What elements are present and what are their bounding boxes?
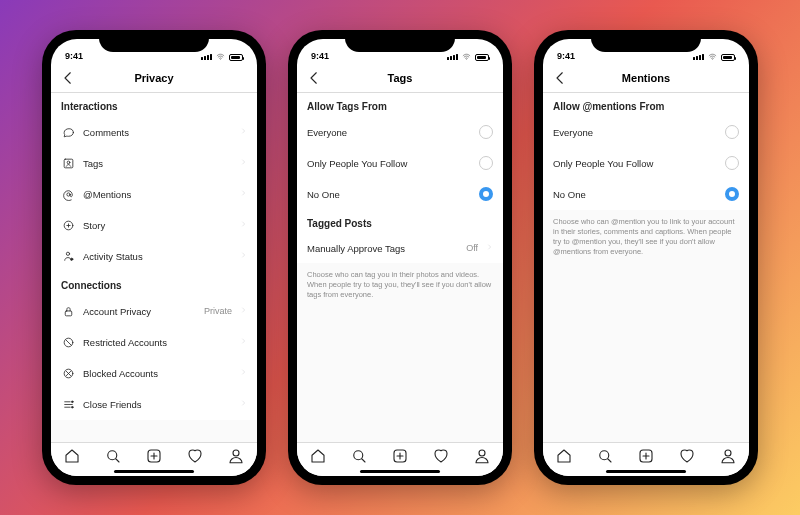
header: Tags [297,63,503,93]
row-account-privacy[interactable]: Account PrivacyPrivate [51,296,257,327]
header-title: Privacy [134,72,173,84]
wifi-icon [707,53,718,61]
mention-icon [61,187,75,201]
comment-icon [61,125,75,139]
chevron-icon [240,126,247,138]
tab-home[interactable] [309,447,327,465]
row-mentions[interactable]: @Mentions [51,179,257,210]
content: Interactions Comments Tags @Mentions Sto… [51,93,257,442]
radio-row-everyone[interactable]: Everyone [297,117,503,148]
activity-icon [61,249,75,263]
radio-row-following[interactable]: Only People You Follow [297,148,503,179]
header-title: Tags [388,72,413,84]
help-text: Choose who can @mention you to link to y… [543,210,749,265]
signal-icon [201,54,212,60]
tab-home[interactable] [555,447,573,465]
tab-profile[interactable] [227,447,245,465]
tab-activity[interactable] [678,447,696,465]
svg-point-17 [600,450,609,459]
header: Privacy [51,63,257,93]
svg-point-10 [71,406,73,408]
phone-privacy: 9:41 Privacy Interactions Comments Tags … [42,30,266,485]
phone-tags: 9:41 Tags Allow Tags From Everyone Only … [288,30,512,485]
radio-row-noone[interactable]: No One [543,179,749,210]
wifi-icon [215,53,226,61]
phone-mentions: 9:41 Mentions Allow @mentions From Every… [534,30,758,485]
svg-point-2 [66,192,69,195]
svg-point-1 [67,161,70,164]
close-friends-icon [61,397,75,411]
tag-icon [61,156,75,170]
svg-point-14 [354,450,363,459]
tab-profile[interactable] [719,447,737,465]
row-manual-approve[interactable]: Manually Approve TagsOff [297,234,503,263]
row-story[interactable]: Story [51,210,257,241]
chevron-icon [240,188,247,200]
status-time: 9:41 [311,51,329,61]
tab-search[interactable] [350,447,368,465]
header-title: Mentions [622,72,670,84]
battery-icon [475,54,489,61]
radio-icon [725,187,739,201]
header: Mentions [543,63,749,93]
radio-row-following[interactable]: Only People You Follow [543,148,749,179]
restricted-icon [61,335,75,349]
row-activity[interactable]: Activity Status [51,241,257,272]
tab-create[interactable] [391,447,409,465]
svg-point-11 [108,450,117,459]
radio-row-noone[interactable]: No One [297,179,503,210]
section-heading: Interactions [51,93,257,117]
chevron-icon [240,336,247,348]
chevron-icon [240,367,247,379]
row-blocked[interactable]: Blocked Accounts [51,358,257,389]
blocked-icon [61,366,75,380]
section-heading: Connections [51,272,257,296]
back-button[interactable] [305,69,323,87]
status-time: 9:41 [557,51,575,61]
svg-point-19 [725,450,731,456]
content: Allow Tags From Everyone Only People You… [297,93,503,442]
svg-point-16 [479,450,485,456]
tab-profile[interactable] [473,447,491,465]
radio-row-everyone[interactable]: Everyone [543,117,749,148]
svg-point-13 [233,450,239,456]
tab-activity[interactable] [432,447,450,465]
svg-point-9 [71,400,73,402]
home-indicator [114,470,194,473]
tab-create[interactable] [145,447,163,465]
row-restricted[interactable]: Restricted Accounts [51,327,257,358]
content: Allow @mentions From Everyone Only Peopl… [543,93,749,442]
wifi-icon [461,53,472,61]
radio-icon [479,187,493,201]
signal-icon [447,54,458,60]
home-indicator [606,470,686,473]
chevron-icon [240,398,247,410]
story-icon [61,218,75,232]
row-comments[interactable]: Comments [51,117,257,148]
tab-search[interactable] [104,447,122,465]
tab-activity[interactable] [186,447,204,465]
back-button[interactable] [59,69,77,87]
radio-icon [725,125,739,139]
section-heading: Allow @mentions From [543,93,749,117]
battery-icon [229,54,243,61]
tab-create[interactable] [637,447,655,465]
radio-icon [479,156,493,170]
row-tags[interactable]: Tags [51,148,257,179]
radio-icon [479,125,493,139]
row-close-friends[interactable]: Close Friends [51,389,257,420]
signal-icon [693,54,704,60]
home-indicator [360,470,440,473]
tab-search[interactable] [596,447,614,465]
svg-point-4 [66,252,69,255]
chevron-icon [240,219,247,231]
back-button[interactable] [551,69,569,87]
tab-home[interactable] [63,447,81,465]
status-time: 9:41 [65,51,83,61]
svg-rect-6 [65,310,72,315]
battery-icon [721,54,735,61]
section-heading: Allow Tags From [297,93,503,117]
svg-point-5 [70,258,72,260]
chevron-icon [240,250,247,262]
radio-icon [725,156,739,170]
